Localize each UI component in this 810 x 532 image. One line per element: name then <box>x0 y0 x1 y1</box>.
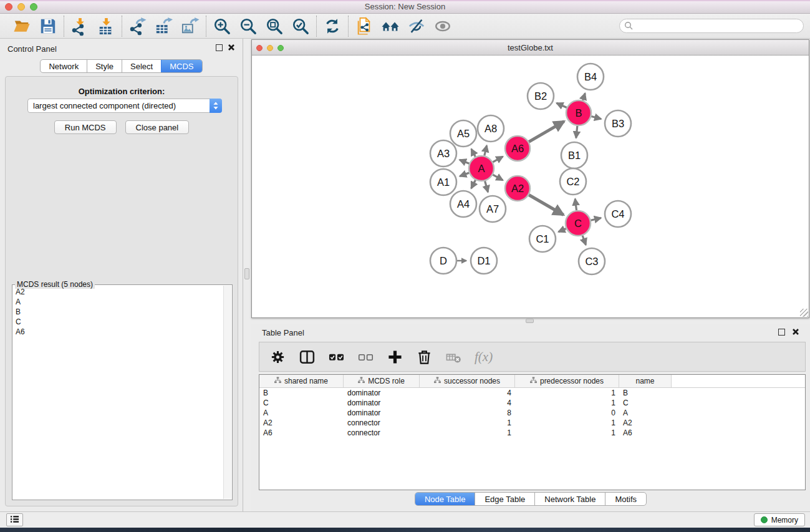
table-float-panel-icon[interactable] <box>778 329 785 336</box>
add-column-icon[interactable] <box>387 349 403 365</box>
node-B[interactable]: B <box>566 100 591 125</box>
result-item[interactable]: A2 <box>13 287 223 297</box>
task-history-button[interactable] <box>6 513 23 526</box>
table-cell[interactable]: 0 <box>515 409 619 417</box>
result-item[interactable]: C <box>13 317 223 327</box>
table-cell[interactable]: A <box>259 409 344 417</box>
edge-A-A1[interactable] <box>460 173 469 176</box>
network-graph[interactable]: AA1A2A3A4A5A6A7A8BB1B2B3B4CC1C2C3C4DD1 <box>252 56 809 317</box>
zoom-out-icon[interactable] <box>239 17 258 36</box>
function-builder-icon[interactable]: f(x) <box>475 349 493 365</box>
node-A6[interactable]: A6 <box>505 136 530 161</box>
edge-C-C3[interactable] <box>582 236 586 245</box>
node-B3[interactable]: B3 <box>605 110 631 137</box>
node-A2[interactable]: A2 <box>505 176 530 201</box>
horizontal-divider-grip[interactable] <box>526 319 534 323</box>
node-A5[interactable]: A5 <box>450 120 476 147</box>
table-cell[interactable]: B <box>619 389 672 397</box>
edge-A2-C[interactable] <box>529 195 563 215</box>
edge-C-C2[interactable] <box>575 199 576 210</box>
tab-network[interactable]: Network <box>41 60 87 72</box>
close-panel-icon[interactable] <box>228 44 235 51</box>
result-item[interactable]: A6 <box>13 327 223 337</box>
edge-B-B3[interactable] <box>591 116 601 118</box>
delete-table-icon[interactable] <box>445 349 461 365</box>
tab-motifs[interactable]: Motifs <box>605 493 646 505</box>
edge-A-A7[interactable] <box>485 181 488 192</box>
node-A1[interactable]: A1 <box>430 169 456 195</box>
edge-C-C1[interactable] <box>559 228 566 231</box>
table-row[interactable]: Cdominator41C <box>259 398 805 408</box>
table-cell[interactable]: 4 <box>420 389 515 397</box>
hide-details-icon[interactable] <box>407 17 426 36</box>
node-B1[interactable]: B1 <box>561 142 587 168</box>
node-C3[interactable]: C3 <box>579 248 605 274</box>
node-C4[interactable]: C4 <box>605 201 631 227</box>
node-A3[interactable]: A3 <box>430 140 456 167</box>
column-header-successor-nodes[interactable]: successor nodes <box>420 375 515 387</box>
edge-B-B2[interactable] <box>557 103 567 107</box>
edge-B-B1[interactable] <box>576 126 577 138</box>
table-cell[interactable]: 1 <box>515 428 619 437</box>
table-cell[interactable]: C <box>619 399 672 407</box>
edge-A-A5[interactable] <box>471 149 475 157</box>
table-cell[interactable]: dominator <box>344 399 420 407</box>
tab-style[interactable]: Style <box>87 60 122 72</box>
node-B2[interactable]: B2 <box>528 83 554 109</box>
table-cell[interactable]: 8 <box>420 409 515 417</box>
zoom-fit-icon[interactable] <box>265 17 284 36</box>
select-all-icon[interactable] <box>328 349 344 365</box>
network-window-titlebar[interactable]: testGlobe.txt <box>252 40 809 56</box>
node-A7[interactable]: A7 <box>480 196 506 222</box>
edge-A-A8[interactable] <box>485 145 487 155</box>
table-row[interactable]: Bdominator41B <box>259 388 805 398</box>
tab-network-table[interactable]: Network Table <box>534 493 605 505</box>
table-cell[interactable]: dominator <box>344 409 420 417</box>
homes-icon[interactable] <box>381 17 400 36</box>
table-cell[interactable]: dominator <box>344 389 420 397</box>
edge-A-A3[interactable] <box>460 160 469 163</box>
table-row[interactable]: A2connector11A2 <box>259 418 805 428</box>
table-cell[interactable]: A <box>619 409 672 417</box>
node-A[interactable]: A <box>469 156 494 181</box>
node-A4[interactable]: A4 <box>450 191 476 217</box>
export-image-icon[interactable] <box>181 17 200 36</box>
node-D[interactable]: D <box>430 248 456 274</box>
table-cell[interactable]: B <box>259 389 344 397</box>
table-cell[interactable]: A2 <box>259 418 344 427</box>
tab-select[interactable]: Select <box>122 60 161 72</box>
table-cell[interactable]: C <box>259 399 344 407</box>
tab-edge-table[interactable]: Edge Table <box>475 493 534 505</box>
show-details-icon[interactable] <box>433 17 452 36</box>
zoom-in-icon[interactable] <box>213 17 231 36</box>
table-cell[interactable]: A6 <box>619 428 672 437</box>
table-row[interactable]: Adominator80A <box>259 408 805 418</box>
import-table-icon[interactable] <box>97 17 115 36</box>
column-header-predecessor-nodes[interactable]: predecessor nodes <box>515 375 619 387</box>
table-cell[interactable]: 1 <box>515 399 619 407</box>
deselect-all-icon[interactable] <box>357 349 374 365</box>
close-panel-button[interactable]: Close panel <box>125 120 190 134</box>
table-cell[interactable]: A2 <box>619 418 672 427</box>
export-table-icon[interactable] <box>155 17 173 36</box>
edge-A6-B[interactable] <box>529 122 564 142</box>
tab-node-table[interactable]: Node Table <box>415 493 475 505</box>
table-cell[interactable]: 4 <box>420 399 515 407</box>
open-file-icon[interactable] <box>12 17 31 36</box>
node-C[interactable]: C <box>566 211 591 236</box>
zoom-selected-icon[interactable] <box>291 17 310 36</box>
edge-A-A6[interactable] <box>493 157 503 162</box>
mcds-result-list[interactable]: A2ABCA6 <box>13 287 223 499</box>
edge-B-B4[interactable] <box>583 94 586 100</box>
float-panel-icon[interactable] <box>216 44 223 51</box>
node-C1[interactable]: C1 <box>529 226 556 252</box>
tab-mcds[interactable]: MCDS <box>161 60 201 72</box>
edge-A-A4[interactable] <box>471 180 476 188</box>
document-network-icon[interactable] <box>355 17 374 36</box>
result-item[interactable]: B <box>13 307 223 317</box>
delete-column-icon[interactable] <box>416 349 432 365</box>
table-row[interactable]: A6connector11A6 <box>259 428 805 438</box>
table-cell[interactable]: connector <box>344 418 420 427</box>
result-scrollbar[interactable] <box>223 286 231 499</box>
optimization-criterion-dropdown[interactable]: largest connected component (directed) <box>27 99 222 113</box>
